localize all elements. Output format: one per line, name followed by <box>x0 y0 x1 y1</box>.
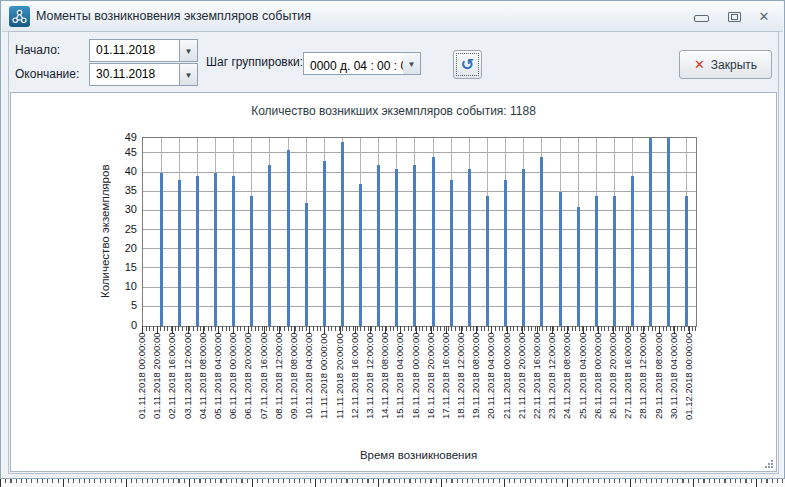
x-tick-label: 09.11.2018 08:00:00 <box>288 333 300 447</box>
bar <box>685 196 688 326</box>
start-date-label: Начало: <box>15 40 60 61</box>
x-tick-label: 23.11.2018 12:00:00 <box>546 333 558 447</box>
x-tick-label: 07.11.2018 16:00:00 <box>258 333 270 447</box>
x-tick-label: 19.11.2018 08:00:00 <box>470 333 482 447</box>
bar <box>196 176 199 326</box>
minimize-icon <box>694 15 709 22</box>
x-axis-title: Время возникновения <box>142 449 695 461</box>
minimize-button[interactable] <box>688 8 714 26</box>
y-tick-label: 15 <box>107 261 137 273</box>
close-button-label: Закрыть <box>711 58 757 72</box>
x-tick-label: 05.11.2018 04:00:00 <box>212 333 224 447</box>
x-tick-label: 06.11.2018 20:00:00 <box>242 333 254 447</box>
chevron-down-icon: ▼ <box>185 71 193 80</box>
x-tick-label: 15.11.2018 04:00:00 <box>394 333 406 447</box>
x-tick-label: 10.11.2018 04:00:00 <box>303 333 315 447</box>
x-tick-label: 29.11.2018 08:00:00 <box>653 333 665 447</box>
x-tick-label: 21.11.2018 00:00:00 <box>501 333 513 447</box>
x-axis-labels: 01.11.2018 00:00:0001.11.2018 20:00:0002… <box>142 333 696 449</box>
refresh-icon: ↺ <box>461 57 474 73</box>
x-tick-label: 08.11.2018 12:00:00 <box>273 333 285 447</box>
refresh-button[interactable]: ↺ <box>453 50 482 79</box>
y-tick-label: 0 <box>107 319 137 331</box>
bar <box>486 196 489 326</box>
y-tick-label: 49 <box>107 131 137 143</box>
bar <box>341 142 344 326</box>
x-tick-label: 28.11.2018 12:00:00 <box>637 333 649 447</box>
bar <box>540 157 543 326</box>
chart-title: Количество возникших экземпляров события… <box>11 104 776 118</box>
close-button[interactable]: ✕ Закрыть <box>679 50 772 79</box>
x-tick-label: 17.11.2018 16:00:00 <box>440 333 452 447</box>
grouping-step-label: Шаг группировки: <box>206 52 303 73</box>
x-tick-label: 02.11.2018 16:00:00 <box>166 333 178 447</box>
y-tick-label: 20 <box>107 242 137 254</box>
bar <box>595 196 598 326</box>
x-tick-label: 18.11.2018 12:00:00 <box>455 333 467 447</box>
bar <box>377 165 380 326</box>
x-tick-label: 30.11.2018 04:00:00 <box>668 333 680 447</box>
x-tick-label: 25.11.2018 04:00:00 <box>577 333 589 447</box>
grouping-step-input[interactable]: 0000 д. 04 : 00 : 00 <box>303 52 405 75</box>
x-tick-label: 11.11.2018 20:00:00 <box>334 333 346 447</box>
bar <box>450 180 453 326</box>
bar <box>559 192 562 326</box>
x-tick-label: 16.11.2018 20:00:00 <box>425 333 437 447</box>
x-tick-label: 06.11.2018 00:00:00 <box>227 333 239 447</box>
end-date-input[interactable]: 30.11.2018 <box>89 63 180 86</box>
bar <box>613 196 616 326</box>
red-x-icon: ✕ <box>694 57 705 72</box>
x-tick-label: 14.11.2018 08:00:00 <box>379 333 391 447</box>
app-window: Моменты возникновения экземпляров событи… <box>0 0 785 479</box>
x-tick-label: 13.11.2018 12:00:00 <box>364 333 376 447</box>
x-tick-label: 24.11.2018 08:00:00 <box>561 333 573 447</box>
bar <box>178 180 181 326</box>
bottom-ruler-strip <box>0 479 785 487</box>
close-window-button[interactable]: ✕ <box>751 8 777 26</box>
x-tick-label: 01.11.2018 00:00:00 <box>136 333 148 447</box>
panel-resize-grip[interactable] <box>764 459 774 469</box>
title-bar[interactable]: Моменты возникновения экземпляров событи… <box>2 2 783 32</box>
y-tick-label: 25 <box>107 223 137 235</box>
bar <box>504 180 507 326</box>
end-date-dropdown-button[interactable]: ▼ <box>180 63 198 86</box>
bar <box>413 165 416 326</box>
bar <box>250 196 253 326</box>
x-tick-label: 16.11.2018 00:00:00 <box>410 333 422 447</box>
bar <box>287 150 290 326</box>
y-tick-label: 45 <box>107 146 137 158</box>
y-tick-label: 30 <box>107 203 137 215</box>
x-tick-label: 26.11.2018 00:00:00 <box>592 333 604 447</box>
bar <box>232 176 235 326</box>
chevron-down-icon: ▼ <box>408 60 416 69</box>
x-tick-label: 11.11.2018 00:00:00 <box>318 333 330 447</box>
bar <box>395 169 398 326</box>
x-axis-minor-ticks <box>142 326 696 331</box>
bar <box>160 173 163 326</box>
x-tick-label: 21.11.2018 20:00:00 <box>516 333 528 447</box>
bar <box>323 161 326 326</box>
app-network-icon <box>9 6 30 27</box>
chevron-down-icon: ▼ <box>185 47 193 56</box>
bar <box>468 169 471 326</box>
grouping-step-dropdown-button[interactable]: ▼ <box>403 52 421 75</box>
bar <box>577 207 580 326</box>
start-date-dropdown-button[interactable]: ▼ <box>180 39 198 62</box>
x-tick-label: 12.11.2018 16:00:00 <box>349 333 361 447</box>
x-tick-label: 22.11.2018 16:00:00 <box>531 333 543 447</box>
window-title: Моменты возникновения экземпляров событи… <box>36 2 311 31</box>
bar <box>667 138 670 326</box>
x-tick-label: 01.12.2018 00:00:00 <box>683 333 695 447</box>
bar <box>631 176 634 326</box>
maximize-icon <box>728 12 741 22</box>
x-tick-label: 26.11.2018 20:00:00 <box>607 333 619 447</box>
start-date-input[interactable]: 01.11.2018 <box>89 39 180 62</box>
x-tick-label: 03.11.2018 12:00:00 <box>182 333 194 447</box>
maximize-button[interactable] <box>721 8 747 26</box>
x-tick-label: 20.11.2018 04:00:00 <box>485 333 497 447</box>
bar <box>359 184 362 326</box>
bar <box>522 169 525 326</box>
bar <box>305 203 308 326</box>
bar <box>649 138 652 326</box>
plot-area <box>142 137 697 327</box>
